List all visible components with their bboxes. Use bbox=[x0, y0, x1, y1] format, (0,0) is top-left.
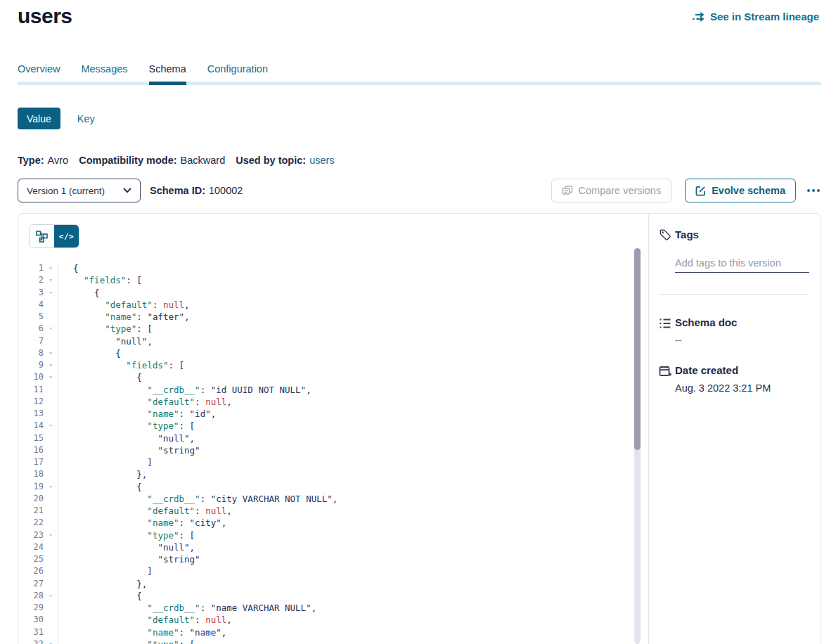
fold-arrow-icon[interactable]: ▾ bbox=[44, 638, 58, 644]
evolve-schema-button[interactable]: Evolve schema bbox=[685, 179, 796, 202]
line-number: 30 bbox=[18, 614, 44, 626]
stream-lineage-icon bbox=[693, 12, 705, 22]
fold-arrow-icon[interactable]: ▾ bbox=[44, 590, 58, 602]
code-line: 6▾ "type": [ bbox=[18, 323, 634, 335]
line-number: 14 bbox=[18, 420, 44, 432]
code-text: "fields": [ bbox=[58, 274, 142, 286]
tab-messages[interactable]: Messages bbox=[81, 63, 127, 85]
code-text: "string" bbox=[58, 553, 200, 565]
fold-spacer bbox=[44, 626, 58, 638]
code-line: 14▾ "type": [ bbox=[18, 420, 634, 432]
line-number: 29 bbox=[18, 602, 44, 614]
code-text: "null", bbox=[58, 432, 195, 444]
tab-configuration[interactable]: Configuration bbox=[207, 63, 268, 85]
code-text: "type": [ bbox=[58, 323, 153, 335]
serde-toggle: Value Key bbox=[18, 108, 95, 129]
fold-arrow-icon[interactable]: ▾ bbox=[44, 287, 58, 299]
more-actions-button[interactable] bbox=[806, 185, 821, 196]
line-number: 17 bbox=[18, 456, 44, 468]
chevron-down-icon bbox=[123, 188, 131, 193]
code-text: "name": "after", bbox=[58, 311, 190, 323]
code-text: "default": null, bbox=[58, 614, 232, 626]
lineage-link-label: See in Stream lineage bbox=[710, 11, 819, 22]
tag-icon bbox=[659, 228, 671, 241]
ellipsis-icon bbox=[807, 189, 810, 192]
fold-arrow-icon[interactable]: ▾ bbox=[44, 359, 58, 371]
line-number: 22 bbox=[18, 517, 44, 529]
fold-arrow-icon[interactable]: ▾ bbox=[44, 481, 58, 493]
code-line: 3▾ { bbox=[18, 287, 634, 299]
code-text: "name": "name", bbox=[58, 626, 226, 638]
code-text: "null", bbox=[58, 335, 153, 347]
tab-overview[interactable]: Overview bbox=[18, 63, 60, 85]
schema-doc-title: Schema doc bbox=[675, 316, 737, 328]
code-view-button[interactable]: </> bbox=[54, 225, 79, 247]
code-text: "type": [ bbox=[58, 420, 195, 432]
code-text: "default": null, bbox=[58, 299, 190, 311]
code-line: 1▾{ bbox=[18, 262, 634, 274]
code-line: 26 ] bbox=[18, 565, 634, 577]
fold-arrow-icon[interactable]: ▾ bbox=[44, 347, 58, 359]
code-line: 16 "string" bbox=[18, 444, 634, 456]
line-number: 8 bbox=[18, 347, 44, 359]
calendar-plus-icon bbox=[659, 365, 671, 378]
code-line: 7 "null", bbox=[18, 335, 634, 347]
code-line: 27 }, bbox=[18, 578, 634, 590]
tab-bar: OverviewMessagesSchemaConfiguration bbox=[18, 63, 268, 85]
code-line: 12 "default": null, bbox=[18, 396, 634, 408]
line-number: 11 bbox=[18, 384, 44, 396]
code-text: "type": [ bbox=[58, 529, 195, 541]
ellipsis-icon bbox=[812, 189, 815, 192]
line-number: 27 bbox=[18, 578, 44, 590]
line-number: 10 bbox=[18, 371, 44, 383]
see-in-stream-lineage-link[interactable]: See in Stream lineage bbox=[693, 11, 819, 22]
code-text: { bbox=[58, 347, 121, 359]
editor-scrollbar-thumb[interactable] bbox=[634, 248, 641, 450]
line-number: 15 bbox=[18, 432, 44, 444]
fold-spacer bbox=[44, 468, 58, 480]
line-number: 26 bbox=[18, 565, 44, 577]
fold-arrow-icon[interactable]: ▾ bbox=[44, 371, 58, 383]
ellipsis-icon bbox=[817, 189, 820, 192]
code-line: 22 "name": "city", bbox=[18, 517, 634, 529]
line-number: 21 bbox=[18, 505, 44, 517]
tree-view-button[interactable] bbox=[30, 225, 54, 247]
code-line: 21 "default": null, bbox=[18, 505, 634, 517]
value-tab-button[interactable]: Value bbox=[18, 108, 60, 129]
editor-scrollbar-track[interactable] bbox=[634, 248, 641, 644]
fold-arrow-icon[interactable]: ▾ bbox=[44, 529, 58, 541]
line-number: 3 bbox=[18, 287, 44, 299]
code-text: "default": null, bbox=[58, 396, 232, 408]
code-text: "__crdb__": "city VARCHAR NOT NULL", bbox=[58, 493, 337, 505]
fold-spacer bbox=[44, 456, 58, 468]
code-text: "__crdb__": "name VARCHAR NULL", bbox=[58, 602, 316, 614]
fold-spacer bbox=[44, 541, 58, 553]
fold-arrow-icon[interactable]: ▾ bbox=[44, 274, 58, 286]
version-select[interactable]: Version 1 (current) bbox=[18, 179, 141, 202]
compare-versions-label: Compare versions bbox=[579, 185, 662, 196]
line-number: 12 bbox=[18, 396, 44, 408]
schema-meta-row: Type: Avro Compatibility mode: Backward … bbox=[18, 155, 345, 166]
schema-doc-value: -- bbox=[675, 335, 682, 346]
version-select-value: Version 1 (current) bbox=[27, 186, 105, 196]
code-text: "default": null, bbox=[58, 505, 232, 517]
code-text: }, bbox=[58, 578, 147, 590]
line-number: 19 bbox=[18, 481, 44, 493]
code-text: { bbox=[58, 371, 142, 383]
tab-schema[interactable]: Schema bbox=[149, 63, 186, 85]
fold-spacer bbox=[44, 432, 58, 444]
line-number: 28 bbox=[18, 590, 44, 602]
fold-arrow-icon[interactable]: ▾ bbox=[44, 262, 58, 274]
fold-spacer bbox=[44, 565, 58, 577]
compare-versions-button[interactable]: Compare versions bbox=[551, 179, 672, 202]
compatibility-value: Backward bbox=[181, 155, 226, 166]
fold-spacer bbox=[44, 505, 58, 517]
topic-link[interactable]: users bbox=[309, 155, 334, 166]
fold-arrow-icon[interactable]: ▾ bbox=[44, 323, 58, 335]
fold-spacer bbox=[44, 614, 58, 626]
type-label: Type: bbox=[18, 155, 44, 166]
key-tab-link[interactable]: Key bbox=[77, 113, 95, 124]
editor-view-toggle: </> bbox=[29, 224, 79, 248]
add-tags-input[interactable] bbox=[675, 254, 809, 273]
fold-arrow-icon[interactable]: ▾ bbox=[44, 420, 58, 432]
